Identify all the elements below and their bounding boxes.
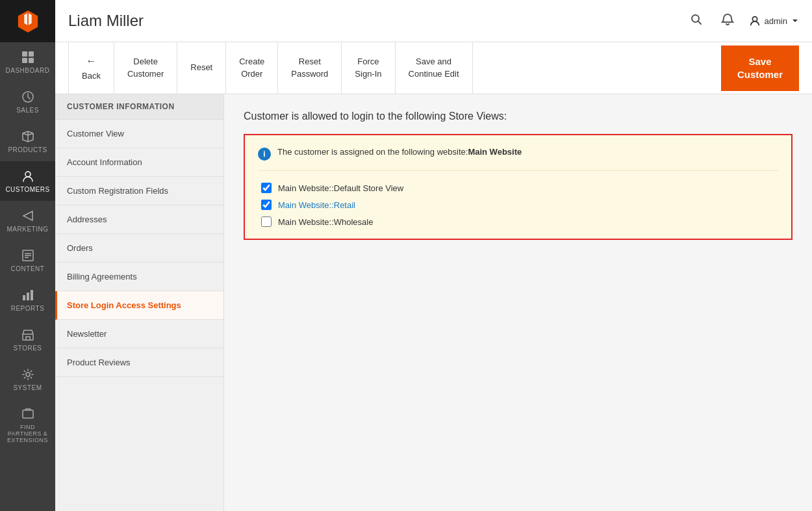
page-title: Liam Miller bbox=[68, 12, 144, 30]
svg-rect-3 bbox=[29, 58, 34, 63]
sidebar-item-label: PRODUCTS bbox=[8, 146, 47, 153]
sidebar-item-label: SALES bbox=[16, 107, 39, 114]
content-icon bbox=[21, 248, 35, 263]
products-icon bbox=[21, 129, 35, 144]
panel-section-title: CUSTOMER INFORMATION bbox=[55, 94, 223, 120]
store-views-list: Main Website::Default Store View Main We… bbox=[258, 183, 778, 227]
store-view-retail-checkbox[interactable] bbox=[261, 200, 272, 210]
sidebar-item-custom-registration[interactable]: Custom Registration Fields bbox=[55, 177, 223, 205]
search-icon bbox=[690, 13, 703, 26]
svg-rect-1 bbox=[29, 51, 34, 57]
svg-rect-12 bbox=[31, 290, 33, 300]
left-panel: CUSTOMER INFORMATION Customer View Accou… bbox=[55, 94, 224, 511]
sidebar-item-label: CUSTOMERS bbox=[5, 186, 49, 193]
sidebar-item-content[interactable]: CONTENT bbox=[0, 241, 55, 280]
main-content: Liam Miller admin ← Back DeleteCustomer … bbox=[55, 0, 812, 511]
svg-rect-11 bbox=[27, 293, 29, 300]
sidebar-item-partners[interactable]: FIND PARTNERS & EXTENSIONS bbox=[0, 399, 55, 451]
store-views-box: i The customer is assigned on the follow… bbox=[244, 134, 793, 240]
sidebar-item-label: SYSTEM bbox=[13, 384, 42, 391]
reset-button[interactable]: Reset bbox=[177, 42, 226, 94]
marketing-icon bbox=[21, 209, 35, 223]
right-panel: Customer is allowed to login to the foll… bbox=[224, 94, 812, 511]
info-icon: i bbox=[258, 148, 271, 161]
sidebar-item-product-reviews[interactable]: Product Reviews bbox=[55, 348, 223, 377]
svg-rect-2 bbox=[22, 58, 27, 63]
store-view-wholesale-checkbox[interactable] bbox=[261, 216, 272, 227]
sidebar-item-newsletter[interactable]: Newsletter bbox=[55, 320, 223, 348]
notifications-button[interactable] bbox=[718, 10, 737, 33]
sidebar: DASHBOARD SALES PRODUCTS CUSTOMERS MARKE… bbox=[0, 0, 55, 511]
save-continue-button[interactable]: Save andContinue Edit bbox=[396, 42, 473, 94]
sidebar-item-addresses[interactable]: Addresses bbox=[55, 205, 223, 234]
store-view-default-label: Main Website::Default Store View bbox=[278, 183, 403, 193]
sidebar-item-billing-agreements[interactable]: Billing Agreements bbox=[55, 263, 223, 291]
top-header: Liam Miller admin bbox=[55, 0, 812, 42]
sidebar-item-account-information[interactable]: Account Information bbox=[55, 148, 223, 177]
sidebar-item-system[interactable]: SYSTEM bbox=[0, 360, 55, 399]
sidebar-item-label: MARKETING bbox=[7, 226, 49, 233]
create-order-button[interactable]: CreateOrder bbox=[226, 42, 278, 94]
store-view-retail-label[interactable]: Main Website::Retail bbox=[278, 200, 355, 210]
info-notice: i The customer is assigned on the follow… bbox=[258, 147, 778, 171]
stores-icon bbox=[21, 328, 35, 342]
sidebar-item-label: FIND PARTNERS & EXTENSIONS bbox=[3, 424, 52, 443]
store-view-wholesale[interactable]: Main Website::Wholesale bbox=[261, 216, 775, 227]
back-arrow-icon: ← bbox=[86, 54, 96, 68]
sidebar-item-customer-view[interactable]: Customer View bbox=[55, 120, 223, 148]
notice-text: The customer is assigned on the followin… bbox=[277, 147, 522, 157]
bell-icon bbox=[721, 13, 734, 26]
sidebar-item-reports[interactable]: REPORTS bbox=[0, 280, 55, 320]
user-icon bbox=[749, 15, 761, 27]
dashboard-icon bbox=[21, 50, 35, 64]
search-button[interactable] bbox=[687, 10, 706, 33]
sidebar-item-products[interactable]: PRODUCTS bbox=[0, 122, 55, 161]
sidebar-item-label: REPORTS bbox=[11, 305, 45, 312]
store-view-default-checkbox[interactable] bbox=[261, 183, 272, 193]
sidebar-item-store-login[interactable]: Store Login Access Settings bbox=[55, 291, 223, 320]
sidebar-item-marketing[interactable]: MARKETING bbox=[0, 201, 55, 241]
svg-point-14 bbox=[26, 373, 30, 376]
reset-password-button[interactable]: ResetPassword bbox=[278, 42, 342, 94]
sidebar-item-stores[interactable]: STORES bbox=[0, 320, 55, 360]
store-view-retail[interactable]: Main Website::Retail bbox=[261, 200, 775, 210]
svg-point-17 bbox=[752, 17, 757, 21]
sidebar-item-label: DASHBOARD bbox=[6, 67, 50, 74]
admin-label: admin bbox=[765, 16, 787, 26]
save-customer-button[interactable]: SaveCustomer bbox=[721, 46, 799, 91]
system-icon bbox=[21, 367, 35, 382]
sidebar-item-customers[interactable]: CUSTOMERS bbox=[0, 161, 55, 201]
sidebar-item-orders[interactable]: Orders bbox=[55, 234, 223, 263]
sales-icon bbox=[21, 90, 35, 104]
svg-point-5 bbox=[25, 172, 31, 177]
store-view-wholesale-label: Main Website::Wholesale bbox=[278, 217, 373, 227]
sidebar-item-dashboard[interactable]: DASHBOARD bbox=[0, 42, 55, 82]
svg-rect-10 bbox=[23, 295, 25, 300]
header-actions: admin bbox=[687, 10, 799, 33]
store-view-default[interactable]: Main Website::Default Store View bbox=[261, 183, 775, 193]
sidebar-logo bbox=[0, 0, 55, 42]
toolbar: ← Back DeleteCustomer Reset CreateOrder … bbox=[55, 42, 812, 94]
delete-customer-button[interactable]: DeleteCustomer bbox=[114, 42, 177, 94]
sidebar-item-label: CONTENT bbox=[11, 265, 45, 272]
back-button[interactable]: ← Back bbox=[68, 42, 114, 94]
chevron-down-icon bbox=[791, 17, 799, 25]
reports-icon bbox=[21, 288, 35, 302]
content-area: CUSTOMER INFORMATION Customer View Accou… bbox=[55, 94, 812, 511]
partners-icon bbox=[21, 407, 35, 421]
admin-user-menu[interactable]: admin bbox=[749, 15, 799, 27]
magento-logo bbox=[16, 9, 40, 34]
section-heading: Customer is allowed to login to the foll… bbox=[244, 111, 793, 122]
customers-icon bbox=[21, 169, 35, 183]
sidebar-item-label: STORES bbox=[14, 345, 42, 352]
svg-rect-15 bbox=[23, 410, 33, 418]
force-signin-button[interactable]: ForceSign-In bbox=[342, 42, 395, 94]
svg-rect-0 bbox=[22, 51, 27, 57]
sidebar-item-sales[interactable]: SALES bbox=[0, 82, 55, 122]
